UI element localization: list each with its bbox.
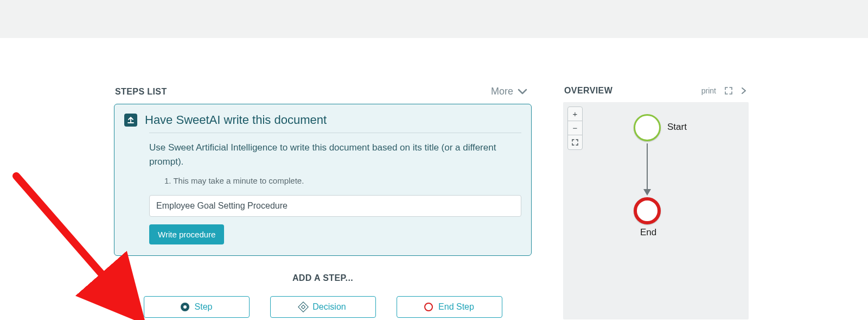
add-decision-button[interactable]: Decision bbox=[270, 296, 376, 318]
chevron-down-icon bbox=[518, 89, 527, 95]
sweetai-card: Have SweetAI write this document Use Swe… bbox=[114, 104, 532, 256]
overview-column: OVERVIEW print + − Start bbox=[563, 86, 749, 319]
main-content: STEPS LIST More Have SweetAI write this … bbox=[0, 38, 868, 319]
add-end-step-label: End Step bbox=[438, 302, 474, 312]
add-end-step-button[interactable]: End Step bbox=[397, 296, 502, 318]
add-step-button[interactable]: Step bbox=[144, 296, 250, 318]
upload-icon bbox=[124, 114, 137, 127]
steps-list-title: STEPS LIST bbox=[115, 87, 167, 97]
step-icon bbox=[181, 303, 189, 311]
add-step-heading: ADD A STEP... bbox=[114, 273, 532, 283]
decision-icon bbox=[299, 303, 307, 311]
flow-diagram: Start End bbox=[563, 102, 749, 319]
top-bar bbox=[0, 0, 868, 38]
prompt-input[interactable] bbox=[149, 195, 521, 217]
note-ordinal: 1. bbox=[164, 176, 173, 185]
overview-title: OVERVIEW bbox=[564, 86, 612, 96]
end-node[interactable] bbox=[634, 197, 661, 224]
expand-icon[interactable] bbox=[725, 87, 732, 95]
start-node-label: Start bbox=[667, 122, 687, 133]
steps-column: STEPS LIST More Have SweetAI write this … bbox=[114, 86, 532, 318]
overview-tools: print bbox=[701, 86, 746, 95]
write-procedure-button[interactable]: Write procedure bbox=[149, 224, 224, 244]
start-node[interactable] bbox=[634, 114, 661, 141]
card-note: 1. This may take a minute to complete. bbox=[164, 176, 521, 185]
print-link[interactable]: print bbox=[701, 86, 716, 95]
card-description: Use Sweet Artificial Intelligence to wri… bbox=[149, 141, 521, 168]
note-text: This may take a minute to complete. bbox=[173, 176, 304, 185]
step-buttons-row: Step Decision End Step bbox=[114, 296, 532, 318]
chevron-right-icon[interactable] bbox=[741, 87, 746, 95]
flow-edge-arrowhead bbox=[643, 189, 651, 196]
end-step-icon bbox=[424, 303, 433, 311]
card-header: Have SweetAI write this document bbox=[124, 113, 521, 127]
svg-line-0 bbox=[16, 176, 128, 304]
add-decision-label: Decision bbox=[312, 302, 346, 312]
more-menu[interactable]: More bbox=[491, 86, 527, 97]
more-label: More bbox=[491, 86, 513, 97]
add-step-label: Step bbox=[195, 302, 213, 312]
end-node-label: End bbox=[640, 227, 656, 238]
card-divider bbox=[149, 133, 521, 133]
card-body: Use Sweet Artificial Intelligence to wri… bbox=[149, 133, 521, 244]
overview-header: OVERVIEW print bbox=[563, 86, 749, 102]
overview-panel: + − Start End bbox=[563, 102, 749, 319]
card-title: Have SweetAI write this document bbox=[145, 113, 327, 127]
steps-header: STEPS LIST More bbox=[114, 86, 532, 104]
flow-edge bbox=[647, 143, 648, 191]
